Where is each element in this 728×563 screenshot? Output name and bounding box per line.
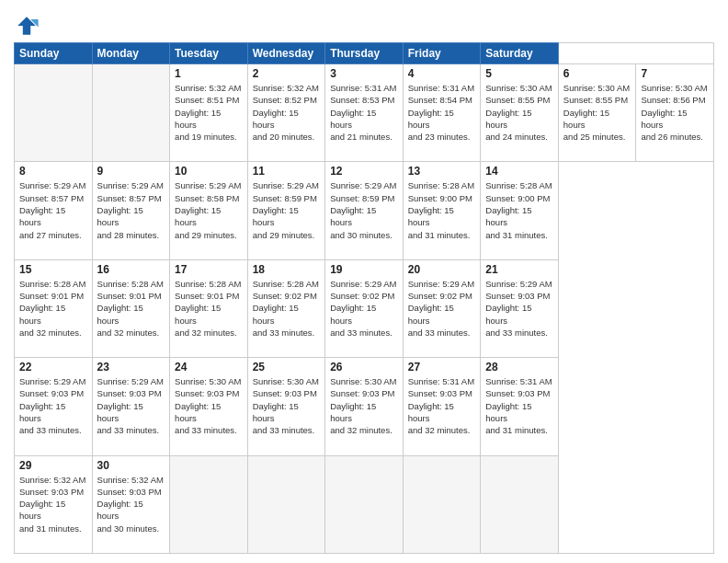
calendar-cell: 17 Sunrise: 5:28 AMSunset: 9:01 PMDaylig… [170, 259, 248, 357]
day-info: Sunrise: 5:30 AMSunset: 9:03 PMDaylight:… [253, 375, 321, 436]
day-info: Sunrise: 5:30 AMSunset: 8:55 PMDaylight:… [563, 82, 631, 143]
day-number: 13 [408, 165, 476, 178]
day-number: 3 [330, 67, 398, 80]
weekday-header: Tuesday [170, 43, 248, 64]
calendar-cell: 16 Sunrise: 5:28 AMSunset: 9:01 PMDaylig… [92, 259, 170, 357]
day-info: Sunrise: 5:30 AMSunset: 8:56 PMDaylight:… [641, 82, 709, 143]
day-info: Sunrise: 5:29 AMSunset: 8:57 PMDaylight:… [19, 179, 87, 240]
day-number: 23 [97, 361, 165, 373]
day-info: Sunrise: 5:28 AMSunset: 9:01 PMDaylight:… [97, 278, 165, 339]
calendar-cell: 15 Sunrise: 5:28 AMSunset: 9:01 PMDaylig… [15, 259, 93, 357]
day-info: Sunrise: 5:32 AMSunset: 9:03 PMDaylight:… [19, 474, 87, 534]
day-number: 4 [408, 67, 476, 80]
day-number: 15 [19, 263, 87, 276]
calendar-cell: 22 Sunrise: 5:29 AMSunset: 9:03 PMDaylig… [15, 358, 93, 455]
day-info: Sunrise: 5:30 AMSunset: 9:03 PMDaylight:… [330, 375, 398, 436]
day-number: 5 [485, 67, 553, 80]
day-number: 27 [408, 361, 476, 373]
calendar-cell: 10 Sunrise: 5:29 AMSunset: 8:58 PMDaylig… [170, 162, 248, 259]
day-info: Sunrise: 5:31 AMSunset: 8:54 PMDaylight:… [408, 82, 476, 143]
calendar-cell: 28 Sunrise: 5:31 AMSunset: 9:03 PMDaylig… [481, 358, 559, 455]
calendar-cell: 6 Sunrise: 5:30 AMSunset: 8:55 PMDayligh… [558, 64, 636, 162]
calendar-cell: 20 Sunrise: 5:29 AMSunset: 9:02 PMDaylig… [403, 259, 481, 357]
calendar-cell [325, 455, 404, 553]
day-number: 21 [485, 263, 553, 276]
calendar-cell [403, 455, 481, 553]
day-info: Sunrise: 5:28 AMSunset: 9:02 PMDaylight:… [253, 278, 321, 339]
day-number: 29 [19, 459, 87, 472]
weekday-header: Monday [92, 43, 170, 64]
calendar-cell: 24 Sunrise: 5:30 AMSunset: 9:03 PMDaylig… [170, 358, 248, 455]
logo-icon [14, 13, 40, 39]
calendar-cell: 18 Sunrise: 5:28 AMSunset: 9:02 PMDaylig… [247, 259, 325, 357]
day-number: 6 [563, 67, 631, 80]
day-info: Sunrise: 5:32 AMSunset: 8:52 PMDaylight:… [253, 82, 321, 143]
calendar-cell: 7 Sunrise: 5:30 AMSunset: 8:56 PMDayligh… [636, 64, 714, 162]
day-info: Sunrise: 5:29 AMSunset: 9:02 PMDaylight:… [408, 278, 476, 339]
page: SundayMondayTuesdayWednesdayThursdayFrid… [0, 0, 728, 563]
calendar-cell: 9 Sunrise: 5:29 AMSunset: 8:57 PMDayligh… [92, 162, 170, 259]
day-number: 1 [175, 67, 243, 80]
day-number: 18 [253, 263, 321, 276]
day-info: Sunrise: 5:29 AMSunset: 9:03 PMDaylight:… [19, 375, 87, 436]
day-number: 25 [253, 361, 321, 373]
day-number: 2 [253, 67, 321, 80]
day-number: 11 [253, 165, 321, 178]
calendar-cell: 26 Sunrise: 5:30 AMSunset: 9:03 PMDaylig… [325, 358, 404, 455]
day-info: Sunrise: 5:29 AMSunset: 8:57 PMDaylight:… [97, 179, 165, 240]
day-info: Sunrise: 5:28 AMSunset: 9:00 PMDaylight:… [485, 179, 553, 240]
day-number: 24 [175, 361, 243, 373]
day-number: 28 [485, 361, 553, 373]
day-info: Sunrise: 5:32 AMSunset: 9:03 PMDaylight:… [97, 474, 165, 534]
day-info: Sunrise: 5:29 AMSunset: 9:03 PMDaylight:… [97, 375, 165, 436]
day-info: Sunrise: 5:28 AMSunset: 9:00 PMDaylight:… [408, 179, 476, 240]
calendar-cell: 27 Sunrise: 5:31 AMSunset: 9:03 PMDaylig… [403, 358, 481, 455]
day-number: 8 [19, 165, 87, 178]
calendar-cell: 25 Sunrise: 5:30 AMSunset: 9:03 PMDaylig… [247, 358, 325, 455]
day-info: Sunrise: 5:30 AMSunset: 8:55 PMDaylight:… [485, 82, 553, 143]
calendar-cell: 2 Sunrise: 5:32 AMSunset: 8:52 PMDayligh… [247, 64, 325, 162]
calendar-cell [15, 64, 93, 162]
calendar-cell: 14 Sunrise: 5:28 AMSunset: 9:00 PMDaylig… [481, 162, 559, 259]
weekday-header: Thursday [325, 43, 404, 64]
calendar-cell: 13 Sunrise: 5:28 AMSunset: 9:00 PMDaylig… [403, 162, 481, 259]
day-info: Sunrise: 5:29 AMSunset: 8:58 PMDaylight:… [175, 179, 243, 240]
day-info: Sunrise: 5:29 AMSunset: 9:02 PMDaylight:… [330, 278, 398, 339]
calendar-cell: 21 Sunrise: 5:29 AMSunset: 9:03 PMDaylig… [481, 259, 559, 357]
calendar-cell: 4 Sunrise: 5:31 AMSunset: 8:54 PMDayligh… [403, 64, 481, 162]
day-info: Sunrise: 5:28 AMSunset: 9:01 PMDaylight:… [175, 278, 243, 339]
calendar-cell: 19 Sunrise: 5:29 AMSunset: 9:02 PMDaylig… [325, 259, 404, 357]
day-number: 12 [330, 165, 398, 178]
calendar-cell: 3 Sunrise: 5:31 AMSunset: 8:53 PMDayligh… [325, 64, 404, 162]
day-number: 22 [19, 361, 87, 373]
calendar-cell: 12 Sunrise: 5:29 AMSunset: 8:59 PMDaylig… [325, 162, 404, 259]
calendar-cell: 30 Sunrise: 5:32 AMSunset: 9:03 PMDaylig… [92, 455, 170, 553]
calendar-cell: 23 Sunrise: 5:29 AMSunset: 9:03 PMDaylig… [92, 358, 170, 455]
header [14, 9, 714, 39]
logo [14, 13, 43, 39]
calendar-cell [92, 64, 170, 162]
day-number: 10 [175, 165, 243, 178]
day-number: 17 [175, 263, 243, 276]
day-number: 19 [330, 263, 398, 276]
day-info: Sunrise: 5:30 AMSunset: 9:03 PMDaylight:… [175, 375, 243, 436]
weekday-header: Wednesday [247, 43, 325, 64]
calendar-cell [170, 455, 248, 553]
calendar-table: SundayMondayTuesdayWednesdayThursdayFrid… [14, 42, 714, 554]
calendar-cell: 5 Sunrise: 5:30 AMSunset: 8:55 PMDayligh… [481, 64, 559, 162]
day-number: 7 [641, 67, 709, 80]
day-number: 9 [97, 165, 165, 178]
day-number: 30 [97, 459, 165, 472]
calendar-cell: 1 Sunrise: 5:32 AMSunset: 8:51 PMDayligh… [170, 64, 248, 162]
day-info: Sunrise: 5:28 AMSunset: 9:01 PMDaylight:… [19, 278, 87, 339]
weekday-header: Sunday [15, 43, 93, 64]
day-info: Sunrise: 5:31 AMSunset: 9:03 PMDaylight:… [408, 375, 476, 436]
day-number: 14 [485, 165, 553, 178]
day-info: Sunrise: 5:31 AMSunset: 9:03 PMDaylight:… [485, 375, 553, 436]
calendar-cell [247, 455, 325, 553]
calendar-cell: 29 Sunrise: 5:32 AMSunset: 9:03 PMDaylig… [15, 455, 93, 553]
day-number: 16 [97, 263, 165, 276]
calendar-cell: 8 Sunrise: 5:29 AMSunset: 8:57 PMDayligh… [15, 162, 93, 259]
weekday-header: Saturday [481, 43, 559, 64]
calendar-cell [481, 455, 559, 553]
